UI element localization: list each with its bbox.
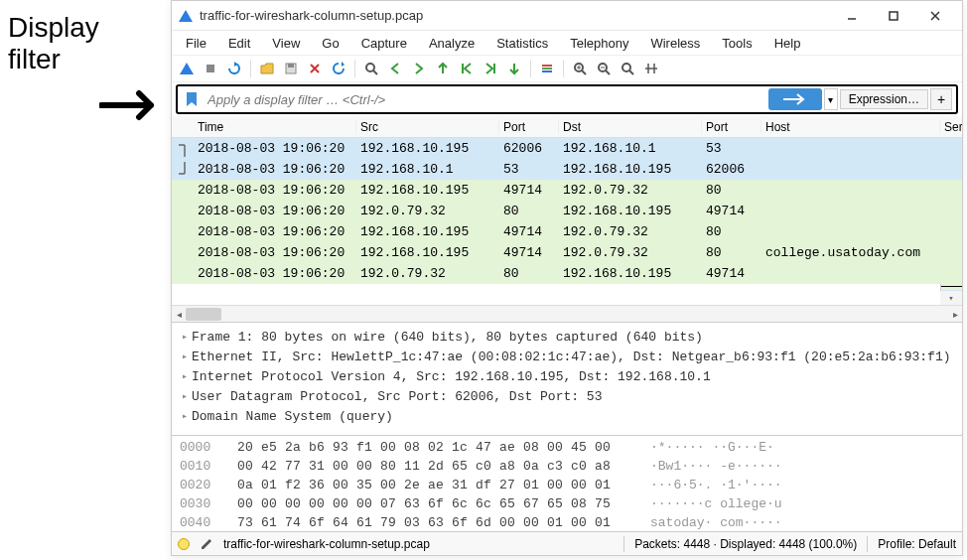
column-header[interactable]: Port: [702, 120, 761, 134]
menu-tools[interactable]: Tools: [712, 34, 761, 53]
scroll-left-icon[interactable]: ◂: [172, 306, 186, 323]
find-icon[interactable]: [360, 58, 382, 79]
menu-analyze[interactable]: Analyze: [419, 34, 484, 53]
detail-row[interactable]: ▸Domain Name System (query): [178, 406, 956, 426]
related-packet-icon: [176, 140, 190, 158]
titlebar: traffic-for-wireshark-column-setup.pcap: [172, 1, 962, 31]
column-header[interactable]: Server Name: [940, 120, 962, 134]
detail-row[interactable]: ▸Ethernet II, Src: HewlettP_1c:47:ae (00…: [178, 347, 956, 366]
filter-dropdown-icon[interactable]: ▾: [824, 88, 838, 110]
close-button[interactable]: [914, 2, 956, 30]
column-header[interactable]: Port: [499, 120, 559, 134]
statusbar: traffic-for-wireshark-column-setup.pcap …: [172, 531, 962, 555]
expand-icon[interactable]: ▸: [178, 390, 192, 402]
display-filter-bar: ▾ Expression… +: [176, 84, 958, 114]
packet-list-body[interactable]: ▴ ▾ 2018-08-03 19:06:20192.168.10.195620…: [172, 138, 962, 305]
svg-rect-2: [207, 65, 214, 72]
reload-icon[interactable]: [328, 58, 349, 79]
maximize-button[interactable]: [873, 2, 914, 30]
menubar: FileEditViewGoCaptureAnalyzeStatisticsTe…: [172, 31, 962, 55]
bookmark-icon[interactable]: [182, 89, 202, 109]
colorize-icon[interactable]: [536, 58, 558, 79]
go-first-icon[interactable]: [456, 58, 478, 79]
packet-row[interactable]: 2018-08-03 19:06:20192.168.10.1954971419…: [172, 221, 962, 242]
hex-row[interactable]: 004073 61 74 6f 64 61 79 03 63 6f 6d 00 …: [180, 515, 954, 531]
expert-info-icon[interactable]: [178, 538, 190, 550]
horizontal-scrollbar[interactable]: ◂ ▸: [172, 305, 962, 322]
detail-row[interactable]: ▸Frame 1: 80 bytes on wire (640 bits), 8…: [178, 327, 956, 347]
status-profile[interactable]: Profile: Default: [878, 537, 956, 551]
close-file-icon[interactable]: [304, 58, 326, 79]
detail-row[interactable]: ▸Internet Protocol Version 4, Src: 192.1…: [178, 366, 956, 386]
menu-help[interactable]: Help: [764, 34, 811, 53]
expand-icon[interactable]: ▸: [178, 410, 192, 422]
save-file-icon[interactable]: [280, 58, 302, 79]
hex-row[interactable]: 00200a 01 f2 36 00 35 00 2e ae 31 df 27 …: [180, 478, 954, 496]
expand-icon[interactable]: ▸: [178, 350, 192, 362]
start-capture-icon[interactable]: [176, 58, 198, 79]
app-window: traffic-for-wireshark-column-setup.pcap …: [171, 0, 963, 556]
menu-telephony[interactable]: Telephony: [560, 34, 638, 53]
display-filter-input[interactable]: [206, 90, 768, 109]
expand-icon[interactable]: ▸: [178, 331, 192, 343]
annotation-arrow-icon: [99, 87, 169, 132]
go-jump-icon[interactable]: [432, 58, 454, 79]
column-header[interactable]: Src: [356, 120, 499, 134]
status-file: traffic-for-wireshark-column-setup.pcap: [223, 537, 430, 551]
svg-line-11: [582, 70, 586, 74]
expand-icon[interactable]: ▸: [178, 370, 192, 382]
toolbar: [172, 55, 962, 82]
resize-columns-icon[interactable]: [640, 58, 662, 79]
column-header[interactable]: Host: [761, 120, 940, 134]
svg-rect-9: [542, 70, 552, 72]
packet-row[interactable]: 2018-08-03 19:06:20192.168.10.1954971419…: [172, 242, 962, 263]
restart-capture-icon[interactable]: [223, 58, 245, 79]
go-next-icon[interactable]: [408, 58, 430, 79]
zoom-reset-icon[interactable]: [617, 58, 638, 79]
hex-row[interactable]: 003000 00 00 00 00 00 07 63 6f 6c 6c 65 …: [180, 496, 954, 515]
packet-row[interactable]: 2018-08-03 19:06:20192.0.79.3280192.168.…: [172, 201, 962, 221]
svg-line-15: [629, 70, 633, 74]
packet-details-pane[interactable]: ▸Frame 1: 80 bytes on wire (640 bits), 8…: [172, 323, 962, 436]
svg-point-5: [366, 64, 374, 71]
minimize-button[interactable]: [831, 2, 873, 30]
go-prev-icon[interactable]: [384, 58, 406, 79]
hex-row[interactable]: 001000 42 77 31 00 00 80 11 2d 65 c0 a8 …: [180, 459, 954, 478]
column-header[interactable]: Time: [172, 120, 356, 134]
menu-wireless[interactable]: Wireless: [640, 34, 710, 53]
detail-row[interactable]: ▸User Datagram Protocol, Src Port: 62006…: [178, 386, 956, 406]
packet-bytes-pane[interactable]: 000020 e5 2a b6 93 f1 00 08 02 1c 47 ae …: [172, 436, 962, 531]
menu-statistics[interactable]: Statistics: [486, 34, 558, 53]
annotation-label: Display filter: [8, 12, 99, 75]
menu-file[interactable]: File: [176, 34, 216, 53]
menu-edit[interactable]: Edit: [218, 34, 260, 53]
scroll-down-icon[interactable]: ▾: [940, 291, 962, 305]
autoscroll-icon[interactable]: [503, 58, 525, 79]
stop-capture-icon[interactable]: [200, 58, 221, 79]
column-header[interactable]: Dst: [559, 120, 702, 134]
menu-capture[interactable]: Capture: [351, 34, 417, 53]
menu-go[interactable]: Go: [312, 34, 348, 53]
zoom-in-icon[interactable]: [569, 58, 591, 79]
packet-row[interactable]: 2018-08-03 19:06:20192.168.10.1954971419…: [172, 180, 962, 201]
apply-filter-button[interactable]: [768, 88, 822, 110]
packet-row[interactable]: 2018-08-03 19:06:20192.168.10.153192.168…: [172, 159, 962, 180]
svg-line-6: [373, 70, 377, 74]
status-packets: Packets: 4448 · Displayed: 4448 (100.0%): [634, 537, 857, 551]
packet-list-header[interactable]: TimeSrcPortDstPortHostServer Name: [172, 116, 962, 138]
svg-line-13: [606, 70, 610, 74]
go-last-icon[interactable]: [480, 58, 501, 79]
open-file-icon[interactable]: [256, 58, 278, 79]
add-filter-button[interactable]: +: [930, 88, 952, 110]
expression-button[interactable]: Expression…: [840, 89, 928, 109]
packet-row[interactable]: 2018-08-03 19:06:20192.168.10.1956200619…: [172, 138, 962, 159]
edit-capture-comment-icon[interactable]: [200, 535, 213, 552]
svg-rect-1: [890, 12, 898, 20]
svg-rect-8: [542, 68, 552, 70]
zoom-out-icon[interactable]: [593, 58, 615, 79]
scroll-right-icon[interactable]: ▸: [948, 306, 962, 323]
packet-row[interactable]: 2018-08-03 19:06:20192.0.79.3280192.168.…: [172, 263, 962, 284]
hex-row[interactable]: 000020 e5 2a b6 93 f1 00 08 02 1c 47 ae …: [180, 440, 954, 459]
menu-view[interactable]: View: [262, 34, 310, 53]
packet-list-pane: TimeSrcPortDstPortHostServer Name ▴ ▾ 20…: [172, 116, 962, 323]
